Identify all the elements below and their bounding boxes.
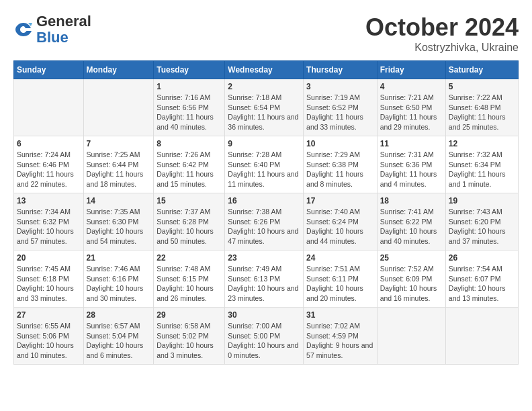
day-detail: Sunrise: 7:26 AMSunset: 6:42 PMDaylight:… [157,150,222,189]
day-detail: Sunrise: 7:38 AMSunset: 6:26 PMDaylight:… [228,207,300,246]
calendar-cell [83,79,154,136]
calendar-cell: 18 Sunrise: 7:41 AMSunset: 6:22 PMDaylig… [377,193,445,250]
calendar-cell: 8 Sunrise: 7:26 AMSunset: 6:42 PMDayligh… [154,136,225,193]
calendar-cell: 1 Sunrise: 7:16 AMSunset: 6:56 PMDayligh… [154,79,225,136]
day-detail: Sunrise: 7:21 AMSunset: 6:50 PMDaylight:… [380,93,443,132]
calendar-cell [377,308,445,365]
calendar-cell: 20 Sunrise: 7:45 AMSunset: 6:18 PMDaylig… [14,250,84,308]
day-detail: Sunrise: 6:58 AMSunset: 5:02 PMDaylight:… [157,321,222,361]
col-friday: Friday [377,61,445,79]
calendar-week-2: 6 Sunrise: 7:24 AMSunset: 6:46 PMDayligh… [14,136,519,193]
day-number: 16 [228,196,300,205]
col-saturday: Saturday [445,61,518,79]
calendar-cell: 30 Sunrise: 7:00 AMSunset: 5:00 PMDaylig… [225,308,304,365]
day-detail: Sunrise: 7:43 AMSunset: 6:20 PMDaylight:… [449,207,515,246]
logo: General Blue [13,13,91,46]
day-number: 17 [306,196,374,205]
day-number: 26 [449,253,515,263]
day-detail: Sunrise: 7:35 AMSunset: 6:30 PMDaylight:… [87,207,151,246]
col-thursday: Thursday [304,61,378,79]
header-row: Sunday Monday Tuesday Wednesday Thursday… [14,61,519,79]
day-detail: Sunrise: 7:31 AMSunset: 6:36 PMDaylight:… [380,150,443,189]
day-number: 10 [306,139,374,148]
day-detail: Sunrise: 7:00 AMSunset: 5:00 PMDaylight:… [228,321,300,361]
day-number: 19 [449,196,515,205]
day-number: 23 [228,253,300,263]
calendar-cell: 6 Sunrise: 7:24 AMSunset: 6:46 PMDayligh… [14,136,84,193]
calendar-cell: 14 Sunrise: 7:35 AMSunset: 6:30 PMDaylig… [83,193,154,250]
day-number: 24 [306,253,374,263]
day-detail: Sunrise: 7:29 AMSunset: 6:38 PMDaylight:… [306,150,374,189]
day-number: 14 [87,196,151,205]
calendar-cell: 7 Sunrise: 7:25 AMSunset: 6:44 PMDayligh… [83,136,154,193]
calendar-cell: 19 Sunrise: 7:43 AMSunset: 6:20 PMDaylig… [445,193,518,250]
day-number: 5 [449,82,515,91]
calendar-cell: 5 Sunrise: 7:22 AMSunset: 6:48 PMDayligh… [445,79,518,136]
day-number: 13 [17,196,81,205]
day-detail: Sunrise: 7:45 AMSunset: 6:18 PMDaylight:… [17,264,81,304]
day-number: 29 [157,310,222,320]
calendar-cell: 29 Sunrise: 6:58 AMSunset: 5:02 PMDaylig… [154,308,225,365]
day-number: 30 [228,310,300,320]
calendar-cell: 13 Sunrise: 7:34 AMSunset: 6:32 PMDaylig… [14,193,84,250]
day-detail: Sunrise: 7:24 AMSunset: 6:46 PMDaylight:… [17,150,81,189]
day-number: 12 [449,139,515,148]
logo-icon [13,19,34,40]
calendar-cell: 12 Sunrise: 7:32 AMSunset: 6:34 PMDaylig… [445,136,518,193]
day-detail: Sunrise: 7:48 AMSunset: 6:15 PMDaylight:… [157,264,222,304]
day-number: 11 [380,139,443,148]
calendar-cell: 10 Sunrise: 7:29 AMSunset: 6:38 PMDaylig… [304,136,378,193]
calendar-cell: 26 Sunrise: 7:54 AMSunset: 6:07 PMDaylig… [445,250,518,308]
calendar-cell: 2 Sunrise: 7:18 AMSunset: 6:54 PMDayligh… [225,79,304,136]
day-detail: Sunrise: 7:41 AMSunset: 6:22 PMDaylight:… [380,207,443,246]
calendar-cell: 28 Sunrise: 6:57 AMSunset: 5:04 PMDaylig… [83,308,154,365]
calendar-cell: 4 Sunrise: 7:21 AMSunset: 6:50 PMDayligh… [377,79,445,136]
day-number: 15 [157,196,222,205]
day-detail: Sunrise: 7:18 AMSunset: 6:54 PMDaylight:… [228,93,300,132]
day-number: 7 [87,139,151,148]
day-detail: Sunrise: 7:28 AMSunset: 6:40 PMDaylight:… [228,150,300,189]
col-tuesday: Tuesday [154,61,225,79]
day-number: 8 [157,139,222,148]
page-header: General Blue October 2024 Kostryzhivka, … [13,13,519,54]
calendar-week-5: 27 Sunrise: 6:55 AMSunset: 5:06 PMDaylig… [14,308,519,365]
month-title: October 2024 [365,13,519,42]
col-sunday: Sunday [14,61,84,79]
calendar-cell: 24 Sunrise: 7:51 AMSunset: 6:11 PMDaylig… [304,250,378,308]
calendar-cell: 3 Sunrise: 7:19 AMSunset: 6:52 PMDayligh… [304,79,378,136]
day-detail: Sunrise: 7:22 AMSunset: 6:48 PMDaylight:… [449,93,515,132]
day-detail: Sunrise: 7:51 AMSunset: 6:11 PMDaylight:… [306,264,374,304]
day-number: 3 [306,82,374,91]
day-number: 28 [87,310,151,320]
calendar-cell: 25 Sunrise: 7:52 AMSunset: 6:09 PMDaylig… [377,250,445,308]
calendar-cell [14,79,84,136]
day-detail: Sunrise: 7:37 AMSunset: 6:28 PMDaylight:… [157,207,222,246]
day-number: 20 [17,253,81,263]
title-block: October 2024 Kostryzhivka, Ukraine [365,13,519,54]
calendar-cell: 15 Sunrise: 7:37 AMSunset: 6:28 PMDaylig… [154,193,225,250]
day-detail: Sunrise: 7:46 AMSunset: 6:16 PMDaylight:… [87,264,151,304]
logo-text: General Blue [36,13,91,46]
calendar-week-1: 1 Sunrise: 7:16 AMSunset: 6:56 PMDayligh… [14,79,519,136]
day-number: 31 [306,310,374,320]
day-detail: Sunrise: 7:02 AMSunset: 4:59 PMDaylight:… [306,321,374,361]
day-detail: Sunrise: 7:52 AMSunset: 6:09 PMDaylight:… [380,264,443,304]
calendar-cell [445,308,518,365]
calendar-cell: 16 Sunrise: 7:38 AMSunset: 6:26 PMDaylig… [225,193,304,250]
calendar-table: Sunday Monday Tuesday Wednesday Thursday… [13,60,519,365]
day-number: 21 [87,253,151,263]
day-detail: Sunrise: 7:40 AMSunset: 6:24 PMDaylight:… [306,207,374,246]
location: Kostryzhivka, Ukraine [365,42,519,54]
day-detail: Sunrise: 6:55 AMSunset: 5:06 PMDaylight:… [17,321,81,361]
calendar-cell: 11 Sunrise: 7:31 AMSunset: 6:36 PMDaylig… [377,136,445,193]
calendar-cell: 9 Sunrise: 7:28 AMSunset: 6:40 PMDayligh… [225,136,304,193]
calendar-cell: 17 Sunrise: 7:40 AMSunset: 6:24 PMDaylig… [304,193,378,250]
day-number: 4 [380,82,443,91]
day-detail: Sunrise: 7:32 AMSunset: 6:34 PMDaylight:… [449,150,515,189]
day-number: 2 [228,82,300,91]
calendar-cell: 22 Sunrise: 7:48 AMSunset: 6:15 PMDaylig… [154,250,225,308]
day-detail: Sunrise: 6:57 AMSunset: 5:04 PMDaylight:… [87,321,151,361]
day-detail: Sunrise: 7:16 AMSunset: 6:56 PMDaylight:… [157,93,222,132]
day-number: 18 [380,196,443,205]
day-number: 25 [380,253,443,263]
